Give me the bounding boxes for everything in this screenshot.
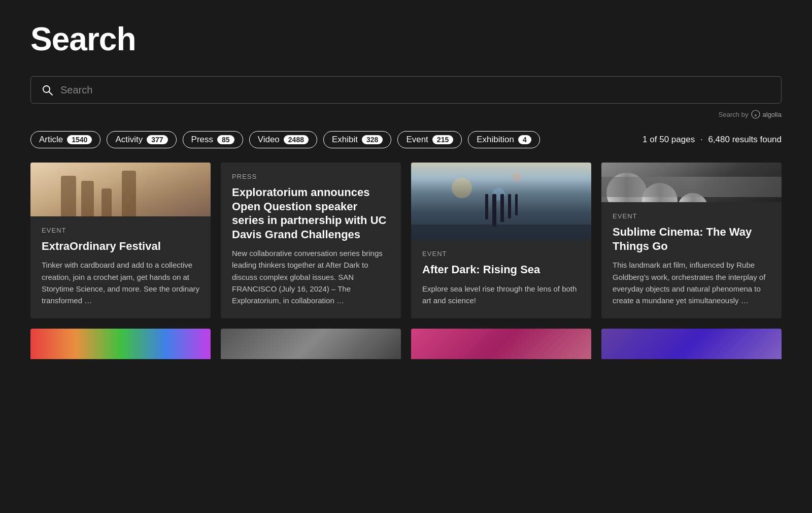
- card-desc-1: New collaborative conversation series br…: [232, 247, 390, 306]
- bottom-card-4: [601, 329, 782, 359]
- filter-pill-exhibition[interactable]: Exhibition4: [468, 131, 540, 148]
- filter-label-article: Article: [39, 135, 63, 145]
- svg-line-1: [49, 92, 53, 95]
- filter-label-activity: Activity: [115, 135, 143, 145]
- filter-pill-article[interactable]: Article1540: [30, 131, 100, 148]
- results-info: 1 of 50 pages · 6,480 results found: [642, 135, 782, 145]
- filter-count-exhibit: 328: [362, 135, 383, 144]
- bottom-card-2: [221, 329, 401, 359]
- card-image-sea: [411, 163, 591, 240]
- results-of: of: [650, 135, 659, 144]
- results-found-label: results found: [732, 135, 782, 144]
- search-input[interactable]: [60, 84, 771, 96]
- filter-pill-event[interactable]: Event215: [397, 131, 462, 148]
- filter-count-video: 2488: [284, 135, 309, 144]
- card-desc-0: Tinker with cardboard and add to a colle…: [42, 259, 199, 306]
- card-type-3: EVENT: [613, 212, 770, 220]
- filter-count-article: 1540: [67, 135, 92, 144]
- algolia-attribution: Search by a algolia: [30, 110, 782, 119]
- card-desc-2: Explore sea level rise through the lens …: [422, 283, 580, 307]
- svg-text:a: a: [755, 113, 757, 117]
- filter-pill-press[interactable]: Press85: [183, 131, 243, 148]
- results-count: 6,480: [708, 135, 730, 144]
- card-type-0: EVENT: [42, 227, 199, 234]
- card-image-bw: [601, 163, 782, 202]
- card-title-1: Exploratorium announces Open Question sp…: [232, 185, 390, 241]
- filter-count-activity: 377: [147, 135, 167, 144]
- search-bar: [30, 76, 782, 104]
- filter-label-video: Video: [258, 135, 280, 145]
- filter-count-exhibition: 4: [518, 135, 531, 144]
- bottom-card-1: [30, 329, 211, 359]
- search-icon: [41, 84, 53, 96]
- filter-pill-exhibit[interactable]: Exhibit328: [323, 131, 391, 148]
- filter-pill-video[interactable]: Video2488: [249, 131, 317, 148]
- filter-label-exhibit: Exhibit: [332, 135, 358, 145]
- results-page: 1: [642, 135, 647, 144]
- card-type-2: EVENT: [422, 250, 580, 258]
- cards-grid: EVENT ExtraOrdinary Festival Tinker with…: [30, 163, 782, 318]
- bottom-card-3: [411, 329, 591, 359]
- algolia-logo: a algolia: [751, 110, 782, 119]
- card-desc-3: This landmark art film, influenced by Ru…: [613, 259, 770, 306]
- results-total-pages: 50: [659, 135, 669, 144]
- results-pages-label: pages: [671, 135, 695, 144]
- card-1[interactable]: PRESS Exploratorium announces Open Quest…: [221, 163, 401, 318]
- filter-label-event: Event: [406, 135, 428, 145]
- card-title-0: ExtraOrdinary Festival: [42, 239, 199, 253]
- filters-row: Article1540Activity377Press85Video2488Ex…: [30, 131, 782, 148]
- filter-pill-activity[interactable]: Activity377: [107, 131, 176, 148]
- card-image-family: [30, 163, 211, 216]
- filter-label-exhibition: Exhibition: [477, 135, 514, 145]
- card-type-1: PRESS: [232, 173, 390, 180]
- card-2[interactable]: EVENT After Dark: Rising Sea Explore sea…: [411, 163, 591, 318]
- results-dot: ·: [700, 135, 705, 144]
- cards-grid-bottom: [30, 329, 782, 359]
- card-title-3: Sublime Cinema: The Way Things Go: [613, 225, 770, 253]
- card-3[interactable]: EVENT Sublime Cinema: The Way Things Go …: [601, 163, 782, 318]
- page-title: Search: [30, 20, 782, 58]
- filter-label-press: Press: [191, 135, 213, 145]
- search-by-label: Search by: [719, 111, 749, 118]
- filter-count-press: 85: [217, 135, 234, 144]
- card-title-2: After Dark: Rising Sea: [422, 263, 580, 277]
- filter-count-event: 215: [432, 135, 453, 144]
- card-0[interactable]: EVENT ExtraOrdinary Festival Tinker with…: [30, 163, 211, 318]
